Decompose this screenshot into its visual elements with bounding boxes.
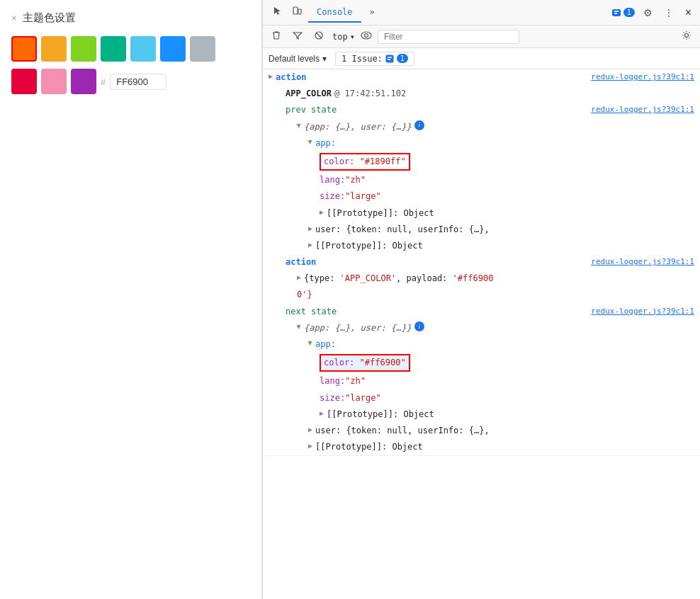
close-icon[interactable]: × [11,13,17,23]
svg-rect-1 [298,9,301,14]
expand-icon-app[interactable]: ▶ [305,140,316,144]
prototype2-label-prev: [[Prototype]]: Object [315,239,423,253]
next-app-obj-line: ▶ {app: {…}, user: {…}} i [263,320,700,336]
prototype-label-next: [[Prototype]]: Object [327,408,434,421]
next-color-highlighted: color: "#ff6900" [320,354,410,372]
lang-val-next: "zh" [345,375,366,388]
color-swatch-row2[interactable] [11,69,37,94]
color-swatches-row2: # [11,69,250,94]
devtools-panel: Console » 1 ⚙ ⋮ × top ▾ [262,0,700,599]
device-icon[interactable] [288,4,305,21]
prev-color-line: color: "#1890ff" [263,152,700,172]
prev-app-obj: {app: {…}, user: {…}} [304,120,412,134]
prototype-triangle-prev[interactable]: ▶ [320,207,324,218]
svg-rect-8 [385,55,393,62]
prev-state-label: prev state [286,103,337,117]
next-app-key: ▶ app: [263,336,700,353]
default-levels-button[interactable]: Default levels ▾ [269,54,327,64]
prev-lang-line: lang: "zh" [263,172,700,188]
issue-badge-container[interactable]: 1 Issue: 1 [335,52,414,66]
color-val-next: "#ff6900" [360,358,406,367]
size-val-prev: "large" [345,190,381,203]
levels-bar: Default levels ▾ 1 Issue: 1 [263,48,700,69]
svg-point-7 [685,34,689,38]
svg-line-4 [316,33,322,38]
devtools-settings-gear[interactable] [679,29,694,44]
lang-key-next: lang: [320,375,345,388]
prototype2-label-next: [[Prototype]]: Object [315,440,423,454]
info-icon-next[interactable]: i [414,321,424,331]
source-link-next[interactable]: redux-logger.js?39c1:1 [585,305,694,318]
user-triangle-prev[interactable]: ▶ [308,223,312,234]
no-icon-button[interactable] [311,29,327,44]
console-toolbar: top ▾ [263,25,700,48]
filter-icon-button[interactable] [290,29,305,44]
action-content-line: ▶ {type: 'APP_COLOR', payload: '#ff6900 [263,270,700,287]
expand-icon-prev[interactable]: ▶ [293,124,305,128]
color-val-prev: "#1890ff" [360,156,406,166]
user-label-next: user: {token: null, userInfo: {…}, [315,424,490,438]
top-chevron-icon: ▾ [350,32,355,42]
prev-color-highlighted: color: "#1890ff" [320,153,410,171]
panel-title-text: 主题色设置 [23,11,76,25]
filter-input[interactable] [378,30,519,44]
tab-bar: Console » [308,3,383,23]
color-swatch[interactable] [11,36,37,62]
color-swatch-row2[interactable] [71,69,96,94]
color-swatch[interactable] [71,36,96,62]
source-link-action[interactable]: redux-logger.js?39c1:1 [585,256,694,268]
top-selector[interactable]: top ▾ [332,32,355,42]
expand-icon-app-next[interactable]: ▶ [305,341,316,346]
collapse-triangle-1[interactable]: ▶ [269,71,273,82]
more-button[interactable]: ⋮ [661,6,677,20]
action-header-line: ▶ action redux-logger.js?39c1:1 [263,69,700,86]
clear-console-button[interactable] [269,29,284,44]
eye-button[interactable] [361,31,372,42]
user-triangle-next[interactable]: ▶ [308,424,312,435]
prev-prototype-line: ▶ [[Prototype]]: Object [263,205,700,222]
next-state-label: next state [286,305,337,319]
inspect-icon[interactable] [269,4,286,21]
close-devtools-button[interactable]: × [682,5,694,21]
prototype-triangle-next[interactable]: ▶ [320,408,324,419]
action-content-triangle[interactable]: ▶ [297,272,301,283]
levels-chevron-icon: ▾ [322,54,327,64]
prototype2-triangle-next[interactable]: ▶ [308,440,312,452]
panel-header: × 主题色设置 [11,11,250,25]
svg-rect-2 [612,9,621,16]
devtools-icon-group: 1 ⚙ ⋮ × [611,5,694,21]
timestamp: @ 17:42:51.102 [334,87,406,101]
source-link-1[interactable]: redux-logger.js?39c1:1 [585,71,694,84]
hex-input[interactable] [110,74,166,90]
prototype-label-prev: [[Prototype]]: Object [327,207,434,220]
expand-icon-next[interactable]: ▶ [293,325,305,329]
color-swatch[interactable] [41,36,67,62]
settings-button[interactable]: ⚙ [640,6,655,20]
color-swatch[interactable] [160,36,186,62]
color-swatch-row2[interactable] [41,69,67,94]
color-swatch[interactable] [190,36,215,62]
lang-key-prev: lang: [320,173,345,187]
lang-val-prev: "zh" [345,173,366,187]
next-lang-line: lang: "zh" [263,373,700,389]
message-badge: 1 [623,8,635,17]
tab-more[interactable]: » [361,3,383,23]
next-color-line: color: "#ff6900" [263,353,700,373]
prev-state-header: prev state redux-logger.js?39c1:1 [263,102,700,118]
issue-count-badge: 1 [397,54,408,63]
app-color-subtitle: APP_COLOR @ 17:42:51.102 [263,86,700,102]
prev-app-obj-line: ▶ {app: {…}, user: {…}} i [263,119,700,135]
svg-point-5 [361,32,371,39]
next-prototype2-line: ▶ [[Prototype]]: Object [263,439,700,455]
source-link-prev[interactable]: redux-logger.js?39c1:1 [585,103,694,116]
color-swatch[interactable] [101,36,126,62]
prototype2-triangle-prev[interactable]: ▶ [308,239,312,251]
prev-prototype2-line: ▶ [[Prototype]]: Object [263,238,700,254]
log-group-1: ▶ action redux-logger.js?39c1:1 APP_COLO… [263,69,700,456]
console-log-area[interactable]: ▶ action redux-logger.js?39c1:1 APP_COLO… [263,69,700,599]
tab-console[interactable]: Console [308,3,361,23]
info-icon-prev[interactable]: i [414,120,424,130]
color-swatch[interactable] [130,36,156,62]
hash-label: # [101,76,106,87]
app-key-label: app: [315,137,336,150]
